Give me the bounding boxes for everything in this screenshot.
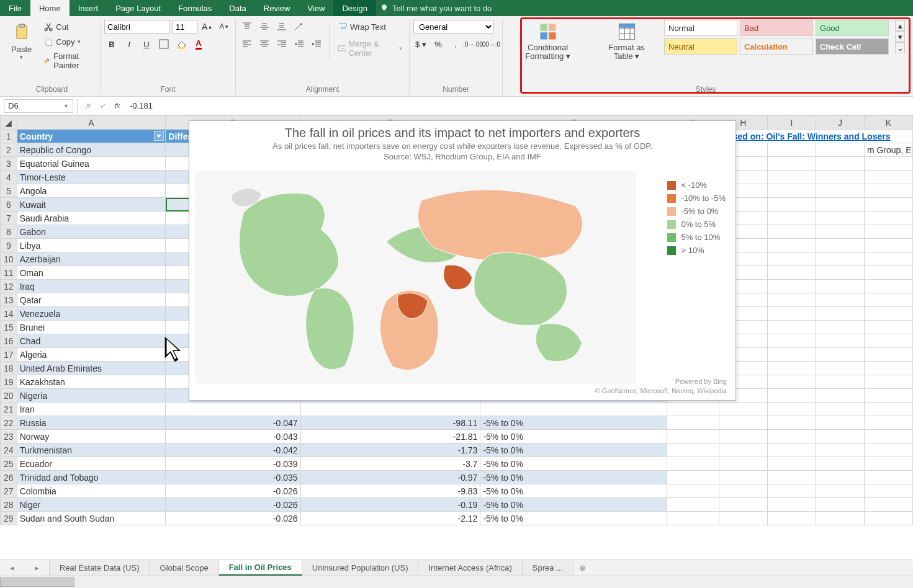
row-header[interactable]: 28 bbox=[1, 498, 17, 512]
comma-format-icon[interactable]: , bbox=[448, 37, 463, 51]
cell-empty[interactable] bbox=[767, 225, 816, 239]
format-painter-button[interactable]: Format Painter bbox=[40, 50, 96, 72]
decrease-indent-icon[interactable] bbox=[292, 37, 307, 51]
cell-empty[interactable] bbox=[767, 143, 816, 157]
sheet-tab[interactable]: Global Scope bbox=[150, 560, 219, 576]
cell-empty[interactable] bbox=[864, 484, 912, 498]
cell-country[interactable]: Niger bbox=[17, 498, 166, 512]
row-header[interactable]: 1 bbox=[1, 130, 17, 143]
cell-empty[interactable] bbox=[767, 307, 816, 321]
row-header[interactable]: 20 bbox=[1, 389, 17, 403]
cell-empty[interactable] bbox=[816, 280, 864, 293]
align-middle-icon[interactable] bbox=[257, 20, 272, 33]
row-header[interactable]: 17 bbox=[1, 348, 17, 362]
cell-empty[interactable] bbox=[816, 252, 864, 266]
accounting-format-icon[interactable]: $ ▾ bbox=[413, 37, 428, 51]
row-header[interactable]: 10 bbox=[1, 252, 17, 266]
filter-dropdown-icon[interactable] bbox=[154, 131, 164, 141]
font-color-button[interactable]: A bbox=[191, 37, 206, 51]
row-header[interactable]: 27 bbox=[1, 484, 17, 498]
cell-empty[interactable] bbox=[767, 348, 816, 362]
worksheet-grid[interactable]: ◢ADEFGHIJK1CountryDifference as a % of G… bbox=[0, 115, 913, 559]
row-header[interactable]: 23 bbox=[1, 430, 17, 443]
cell-diff-usd[interactable]: -21.81 bbox=[300, 430, 480, 443]
cell-diff-pct[interactable]: -0.047 bbox=[166, 416, 300, 430]
cell-diff-group[interactable]: -5% to 0% bbox=[480, 471, 667, 484]
cell-country[interactable]: Kazakhstan bbox=[17, 375, 166, 389]
cell-empty[interactable] bbox=[767, 184, 816, 198]
tell-me[interactable]: Tell me what you want to do bbox=[380, 0, 492, 16]
cell-empty[interactable] bbox=[816, 348, 864, 362]
row-header[interactable]: 22 bbox=[1, 416, 17, 430]
cell-empty[interactable] bbox=[864, 362, 912, 375]
cell-diff-group[interactable]: -5% to 0% bbox=[480, 443, 667, 457]
cell-diff-usd[interactable]: -1.73 bbox=[300, 443, 480, 457]
row-header[interactable]: 24 bbox=[1, 443, 17, 457]
cell-empty[interactable] bbox=[864, 280, 912, 293]
cell-empty[interactable] bbox=[864, 198, 912, 212]
cell-country[interactable]: Kuwait bbox=[17, 198, 166, 212]
cell-empty[interactable] bbox=[667, 498, 719, 512]
cell-diff-usd[interactable]: -98.11 bbox=[300, 416, 480, 430]
paste-button[interactable]: Paste ▾ bbox=[7, 20, 35, 63]
cell-empty[interactable] bbox=[719, 443, 767, 457]
tab-review[interactable]: Review bbox=[255, 0, 299, 16]
cell-empty[interactable] bbox=[816, 375, 864, 389]
cell-country[interactable]: Iran bbox=[17, 403, 166, 416]
cell-empty[interactable] bbox=[767, 430, 816, 443]
sheet-nav[interactable]: ◂ ▸ bbox=[0, 560, 50, 576]
select-all-cell[interactable]: ◢ bbox=[1, 116, 17, 130]
cell-diff-usd[interactable]: -2.12 bbox=[300, 512, 480, 525]
fill-color-button[interactable] bbox=[174, 37, 189, 51]
column-header[interactable]: K bbox=[864, 116, 912, 130]
increase-font-icon[interactable]: A▲ bbox=[200, 20, 215, 33]
tab-home[interactable]: Home bbox=[30, 0, 70, 16]
row-header[interactable]: 8 bbox=[1, 225, 17, 239]
cell-empty[interactable] bbox=[767, 416, 816, 430]
cell-country[interactable]: United Arab Emirates bbox=[17, 362, 166, 375]
cell-country[interactable]: Sudan and South Sudan bbox=[17, 512, 166, 525]
cell-country[interactable]: Algeria bbox=[17, 348, 166, 362]
cell-diff-usd[interactable]: -3.7 bbox=[300, 457, 480, 471]
tab-view[interactable]: View bbox=[299, 0, 333, 16]
cell-empty[interactable] bbox=[719, 403, 767, 416]
row-header[interactable]: 21 bbox=[1, 403, 17, 416]
cell-empty[interactable] bbox=[816, 266, 864, 280]
row-header[interactable]: 7 bbox=[1, 212, 17, 225]
cell-empty[interactable] bbox=[767, 321, 816, 334]
styles-more-icon[interactable]: ⌄ bbox=[895, 42, 905, 53]
row-header[interactable]: 11 bbox=[1, 266, 17, 280]
tab-design[interactable]: Design bbox=[333, 0, 376, 16]
cell-empty[interactable] bbox=[864, 266, 912, 280]
cell-empty[interactable] bbox=[719, 484, 767, 498]
bold-button[interactable]: B bbox=[104, 37, 119, 51]
cell-empty[interactable] bbox=[767, 443, 816, 457]
table-header-country[interactable]: Country bbox=[17, 130, 166, 143]
cell-empty[interactable] bbox=[864, 321, 912, 334]
cell-country[interactable]: Brunei bbox=[17, 321, 166, 334]
cell-empty[interactable] bbox=[767, 389, 816, 403]
cell-empty[interactable] bbox=[719, 416, 767, 430]
cell-empty[interactable] bbox=[719, 457, 767, 471]
row-header[interactable]: 18 bbox=[1, 362, 17, 375]
row-header[interactable]: 2 bbox=[1, 143, 17, 157]
cell-empty[interactable] bbox=[864, 375, 912, 389]
cell-empty[interactable] bbox=[667, 403, 719, 416]
cell-diff-usd[interactable]: -0.97 bbox=[300, 471, 480, 484]
row-header[interactable]: 25 bbox=[1, 457, 17, 471]
cell-empty[interactable] bbox=[864, 212, 912, 225]
row-header[interactable]: 3 bbox=[1, 157, 17, 171]
cell-empty[interactable] bbox=[767, 512, 816, 525]
cell-diff-usd[interactable]: -9.83 bbox=[300, 484, 480, 498]
cell-empty[interactable] bbox=[816, 157, 864, 171]
cell-empty[interactable] bbox=[816, 389, 864, 403]
cut-button[interactable]: Cut bbox=[40, 20, 96, 33]
increase-indent-icon[interactable] bbox=[309, 37, 324, 51]
cell-empty[interactable] bbox=[667, 443, 719, 457]
percent-format-icon[interactable]: % bbox=[431, 37, 446, 51]
cell-country[interactable]: Timor-Leste bbox=[17, 171, 166, 184]
cell-diff-pct[interactable]: -0.039 bbox=[166, 457, 300, 471]
cell-diff-group[interactable]: -5% to 0% bbox=[480, 416, 667, 430]
source-link[interactable]: Based on: Oil's Fall: Winners and Losers bbox=[722, 131, 891, 141]
cell-empty[interactable] bbox=[767, 362, 816, 375]
